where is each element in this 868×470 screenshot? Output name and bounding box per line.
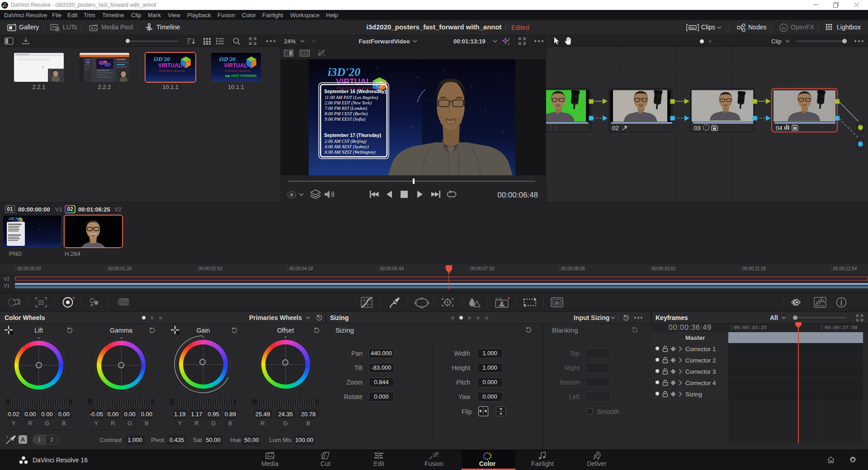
svg-text:04: 04 (776, 125, 782, 132)
svg-text:4:00 AM AEST (Sydney): 4:00 AM AEST (Sydney) (325, 144, 369, 150)
svg-text:i3D'20: i3D'20 (154, 56, 170, 62)
svg-text:VIRTUAL: VIRTUAL (158, 62, 182, 69)
svg-text:i3D'20: i3D'20 (219, 56, 236, 62)
svg-text:02: 02 (612, 125, 618, 132)
svg-text:fx: fx (782, 26, 786, 30)
svg-text:i3D'20: i3D'20 (328, 66, 360, 79)
svg-text:2:00 PM EDT (New York): 2:00 PM EDT (New York) (325, 100, 372, 106)
svg-text:VIRTUAL: VIRTUAL (224, 62, 247, 69)
svg-text:7:00 PM BST (London): 7:00 PM BST (London) (325, 106, 368, 111)
svg-text:September 17 (Thursday): September 17 (Thursday) (324, 132, 381, 138)
svg-text:8:00 PM CEST (Berlin): 8:00 PM CEST (Berlin) (325, 111, 368, 117)
svg-text:6:00 AM NZST (Wellington): 6:00 AM NZST (Wellington) (325, 150, 376, 155)
svg-text:9:00 PM EEST (Sofia): 9:00 PM EEST (Sofia) (325, 117, 366, 122)
svg-text:▶▶ FAST FORWARD: ▶▶ FAST FORWARD (225, 74, 257, 78)
svg-text:11:00 AM PDT (Los Angeles): 11:00 AM PDT (Los Angeles) (325, 95, 378, 100)
svg-text:POSTERS SESSION: POSTERS SESSION (159, 70, 185, 72)
svg-text:2:00 AM CST (Beijing): 2:00 AM CST (Beijing) (325, 139, 367, 144)
svg-text:3D: 3D (554, 301, 560, 305)
svg-text:September 16 (Wednesday): September 16 (Wednesday) (324, 89, 386, 94)
svg-text:POSTERS SESSION: POSTERS SESSION (225, 70, 250, 72)
svg-text:03: 03 (694, 125, 700, 132)
